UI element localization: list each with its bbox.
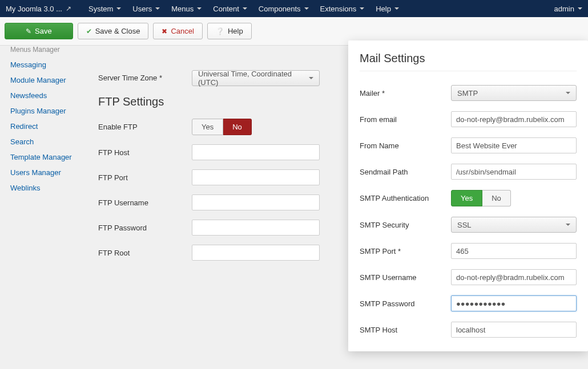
menu-users[interactable]: Users <box>127 5 166 13</box>
chevron-down-icon <box>566 224 570 226</box>
mailer-select[interactable]: SMTP <box>451 85 577 101</box>
sidebar-item-template-manager[interactable]: Template Manager <box>2 149 90 165</box>
timezone-select[interactable]: Universal Time, Coordinated (UTC) <box>192 70 320 86</box>
smtp-auth-toggle: Yes No <box>451 190 511 206</box>
main-area: Menus Manager Messaging Module Manager N… <box>0 46 588 369</box>
ftp-host-input[interactable] <box>192 144 320 160</box>
menu-system[interactable]: System <box>83 5 127 13</box>
ftp-password-input[interactable] <box>192 220 320 236</box>
from-name-input[interactable] <box>451 137 577 153</box>
check-icon: ✔ <box>86 27 92 35</box>
chevron-down-icon <box>309 77 313 79</box>
ftp-root-input[interactable] <box>192 245 320 261</box>
menu-help[interactable]: Help <box>370 5 405 13</box>
divider <box>360 71 577 71</box>
smtp-port-label: SMTP Port * <box>360 247 451 256</box>
smtp-username-label: SMTP Username <box>360 273 451 282</box>
chevron-down-icon <box>578 7 582 10</box>
help-label: Help <box>228 27 243 35</box>
sidebar: Menus Manager Messaging Module Manager N… <box>0 46 90 369</box>
sidebar-item-redirect[interactable]: Redirect <box>2 119 90 134</box>
help-icon: ❔ <box>216 27 224 35</box>
menu-menus[interactable]: Menus <box>166 5 207 13</box>
chevron-down-icon <box>116 7 121 10</box>
sidebar-item-messaging[interactable]: Messaging <box>2 57 90 72</box>
menu-extensions[interactable]: Extensions <box>315 5 370 13</box>
menu-components[interactable]: Components <box>253 5 315 13</box>
main-menu: System Users Menus Content Components Ex… <box>83 5 405 13</box>
enable-ftp-no[interactable]: No <box>223 119 252 135</box>
smtp-security-select[interactable]: SSL <box>451 217 577 233</box>
smtp-security-label: SMTP Security <box>360 221 451 229</box>
chevron-down-icon <box>304 7 309 10</box>
menu-content[interactable]: Content <box>207 5 253 13</box>
sidebar-item-weblinks[interactable]: Weblinks <box>2 180 90 196</box>
sidebar-item-users-manager[interactable]: Users Manager <box>2 165 90 180</box>
timezone-value: Universal Time, Coordinated (UTC) <box>198 70 309 87</box>
enable-ftp-yes[interactable]: Yes <box>192 119 223 135</box>
save-label: Save <box>35 27 52 35</box>
mailer-label: Mailer * <box>360 89 451 98</box>
from-email-input[interactable] <box>451 111 577 127</box>
apply-icon: ✎ <box>26 27 31 35</box>
mail-settings-heading: Mail Settings <box>360 52 577 65</box>
mailer-value: SMTP <box>457 89 478 98</box>
content: Server Time Zone * Universal Time, Coord… <box>90 46 588 369</box>
user-name: admin <box>554 5 574 13</box>
enable-ftp-toggle: Yes No <box>192 119 252 135</box>
sidebar-item-search[interactable]: Search <box>2 134 90 149</box>
smtp-auth-yes[interactable]: Yes <box>451 190 482 206</box>
ftp-port-label: FTP Port <box>98 173 192 182</box>
sidebar-item-module-manager[interactable]: Module Manager <box>2 72 90 88</box>
save-close-button[interactable]: ✔ Save & Close <box>78 23 149 39</box>
smtp-password-input[interactable] <box>451 295 577 311</box>
chevron-down-icon <box>243 7 247 10</box>
smtp-security-value: SSL <box>457 221 472 229</box>
cancel-button[interactable]: ✖ Cancel <box>153 23 202 39</box>
smtp-port-input[interactable] <box>451 243 577 259</box>
smtp-username-input[interactable] <box>451 269 577 285</box>
ftp-username-label: FTP Username <box>98 198 192 207</box>
help-button[interactable]: ❔ Help <box>207 23 252 39</box>
brand-title: My Joomla 3.0 ... <box>6 5 62 13</box>
sidebar-item-plugins-manager[interactable]: Plugins Manager <box>2 103 90 119</box>
chevron-down-icon <box>155 7 160 10</box>
chevron-down-icon <box>566 92 570 94</box>
save-close-label: Save & Close <box>95 27 140 35</box>
brand[interactable]: My Joomla 3.0 ... ↗ <box>6 5 75 13</box>
chevron-down-icon <box>360 7 364 10</box>
sidebar-item-newsfeeds[interactable]: Newsfeeds <box>2 88 90 103</box>
smtp-host-label: SMTP Host <box>360 326 451 334</box>
top-navbar: My Joomla 3.0 ... ↗ System Users Menus C… <box>0 0 588 17</box>
sidebar-item-menus-manager[interactable]: Menus Manager <box>2 46 90 57</box>
cancel-icon: ✖ <box>162 27 167 35</box>
sendmail-path-label: Sendmail Path <box>360 168 451 176</box>
chevron-down-icon <box>394 7 399 10</box>
smtp-host-input[interactable] <box>451 322 577 338</box>
ftp-root-label: FTP Root <box>98 249 192 257</box>
chevron-down-icon <box>197 7 202 10</box>
ftp-password-label: FTP Password <box>98 224 192 232</box>
smtp-auth-no[interactable]: No <box>482 190 511 206</box>
smtp-password-label: SMTP Password <box>360 299 451 308</box>
smtp-auth-label: SMTP Authentication <box>360 194 451 202</box>
ftp-port-input[interactable] <box>192 169 320 185</box>
ftp-username-input[interactable] <box>192 194 320 210</box>
ftp-host-label: FTP Host <box>98 148 192 157</box>
mail-settings-panel: Mail Settings Mailer * SMTP From email F… <box>348 40 588 351</box>
save-button[interactable]: ✎ Save <box>5 23 73 39</box>
sendmail-path-input[interactable] <box>451 164 577 180</box>
external-link-icon: ↗ <box>66 5 71 13</box>
user-menu[interactable]: admin <box>554 5 582 13</box>
from-email-label: From email <box>360 115 451 124</box>
timezone-label: Server Time Zone * <box>98 74 192 82</box>
from-name-label: From Name <box>360 141 451 150</box>
enable-ftp-label: Enable FTP <box>98 123 192 131</box>
cancel-label: Cancel <box>171 27 194 35</box>
